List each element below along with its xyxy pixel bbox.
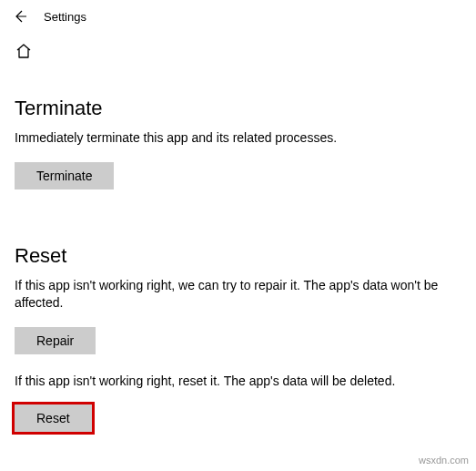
watermark: wsxdn.com bbox=[419, 455, 469, 466]
back-icon[interactable] bbox=[13, 9, 27, 24]
reset-section: Reset If this app isn't working right, w… bbox=[15, 244, 461, 433]
reset-heading: Reset bbox=[15, 244, 461, 268]
arrow-left-icon bbox=[13, 9, 27, 24]
content-area: Terminate Immediately terminate this app… bbox=[0, 97, 476, 432]
terminate-heading: Terminate bbox=[15, 97, 461, 120]
spacer bbox=[15, 354, 461, 373]
terminate-button[interactable]: Terminate bbox=[15, 162, 114, 189]
terminate-section: Terminate Immediately terminate this app… bbox=[15, 97, 461, 189]
repair-description: If this app isn't working right, we can … bbox=[15, 277, 442, 312]
house-icon bbox=[15, 42, 33, 60]
settings-header: Settings bbox=[0, 0, 476, 33]
terminate-description: Immediately terminate this app and its r… bbox=[15, 129, 442, 148]
page-title: Settings bbox=[44, 10, 86, 24]
home-icon[interactable] bbox=[15, 42, 33, 60]
repair-button[interactable]: Repair bbox=[15, 327, 96, 354]
home-row bbox=[0, 33, 476, 60]
reset-button[interactable]: Reset bbox=[15, 404, 92, 432]
reset-description: If this app isn't working right, reset i… bbox=[15, 373, 442, 391]
